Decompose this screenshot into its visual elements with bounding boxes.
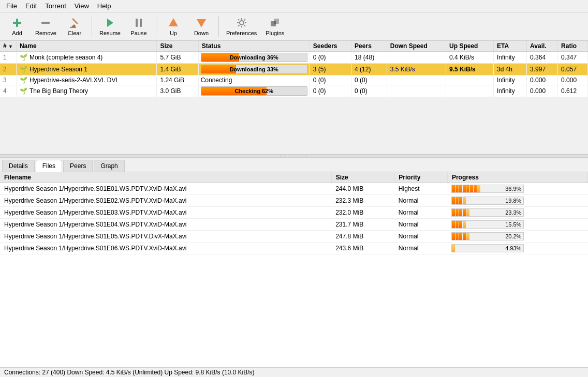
menu-edit[interactable]: Edit bbox=[21, 1, 41, 11]
tab-peers[interactable]: Peers bbox=[63, 160, 93, 172]
torrent-table-header: # ▼ Name Size Status Seeders Peers Down … bbox=[0, 41, 588, 52]
preferences-icon bbox=[236, 17, 248, 29]
files-table: Filename Size Priority Progress Hyperdri… bbox=[0, 172, 588, 254]
statusbar: Connections: 27 (400) Down Speed: 4.5 Ki… bbox=[0, 367, 588, 377]
torrent-cell-peers: 0 (0) bbox=[351, 85, 387, 97]
menu-help[interactable]: Help bbox=[93, 1, 115, 11]
files-cell-progress: 20.2% bbox=[447, 231, 587, 243]
col-eta[interactable]: ETA bbox=[493, 41, 526, 52]
tab-details[interactable]: Details bbox=[2, 160, 35, 172]
col-avail[interactable]: Avail. bbox=[527, 41, 558, 52]
files-cell-filename: Hyperdrive Season 1/Hyperdrive.S01E02.WS… bbox=[0, 195, 331, 207]
torrent-cell-seeders: 3 (5) bbox=[310, 64, 351, 76]
files-col-size[interactable]: Size bbox=[331, 172, 394, 183]
files-cell-filename: Hyperdrive Season 1/Hyperdrive.S01E04.WS… bbox=[0, 219, 331, 231]
files-row[interactable]: Hyperdrive Season 1/Hyperdrive.S01E01.WS… bbox=[0, 183, 588, 195]
col-name[interactable]: Name bbox=[16, 41, 156, 52]
down-button[interactable]: Down bbox=[188, 14, 214, 38]
svg-rect-5 bbox=[136, 19, 138, 27]
col-peers[interactable]: Peers bbox=[351, 41, 387, 52]
menubar: File Edit Torrent View Help bbox=[0, 0, 588, 12]
remove-button[interactable]: Remove bbox=[32, 14, 60, 38]
col-seeders[interactable]: Seeders bbox=[310, 41, 351, 52]
down-icon bbox=[195, 17, 208, 29]
tab-graph[interactable]: Graph bbox=[94, 160, 124, 172]
torrent-cell-size: 5.7 GiB bbox=[157, 52, 198, 64]
torrent-cell-status: Checking 62% bbox=[198, 85, 310, 97]
files-cell-progress: 23.3% bbox=[447, 207, 587, 219]
svg-rect-3 bbox=[70, 27, 76, 28]
torrent-table-wrapper: # ▼ Name Size Status Seeders Peers Down … bbox=[0, 41, 588, 155]
files-row[interactable]: Hyperdrive Season 1/Hyperdrive.S01E05.WS… bbox=[0, 231, 588, 243]
svg-marker-8 bbox=[197, 19, 206, 27]
torrent-row[interactable]: 1🌱Monk (complete season 4)5.7 GiB Downlo… bbox=[0, 52, 588, 64]
files-cell-priority: Normal bbox=[394, 231, 448, 243]
col-size[interactable]: Size bbox=[157, 41, 198, 52]
up-button[interactable]: Up bbox=[160, 14, 186, 38]
tab-files[interactable]: Files bbox=[36, 160, 62, 172]
clear-icon bbox=[68, 17, 81, 29]
files-row[interactable]: Hyperdrive Season 1/Hyperdrive.S01E06.WS… bbox=[0, 243, 588, 254]
files-cell-size: 232.3 MiB bbox=[331, 195, 394, 207]
torrent-row[interactable]: 4🌱The Big Bang Theory3.0 GiB Checking 62… bbox=[0, 85, 588, 97]
files-cell-progress: 15.5% bbox=[447, 219, 587, 231]
svg-rect-2 bbox=[41, 22, 50, 24]
torrent-cell-name: 🌱The Big Bang Theory bbox=[16, 85, 156, 97]
torrent-cell-status: Downloading 36% bbox=[198, 52, 310, 64]
files-cell-size: 244.0 MiB bbox=[331, 183, 394, 195]
plugins-button[interactable]: Plugins bbox=[262, 14, 288, 38]
col-down-speed[interactable]: Down Speed bbox=[387, 41, 446, 52]
torrent-cell-down-speed bbox=[387, 52, 446, 64]
torrent-cell-ratio: 0.057 bbox=[558, 64, 588, 76]
menu-torrent[interactable]: Torrent bbox=[41, 1, 70, 11]
files-cell-filename: Hyperdrive Season 1/Hyperdrive.S01E05.WS… bbox=[0, 231, 331, 243]
torrent-table: # ▼ Name Size Status Seeders Peers Down … bbox=[0, 41, 588, 97]
torrent-cell-name: 🌱Hyperdrive Season 1 bbox=[16, 64, 156, 76]
files-row[interactable]: Hyperdrive Season 1/Hyperdrive.S01E04.WS… bbox=[0, 219, 588, 231]
add-button[interactable]: Add bbox=[4, 14, 30, 38]
files-row[interactable]: Hyperdrive Season 1/Hyperdrive.S01E02.WS… bbox=[0, 195, 588, 207]
torrent-row[interactable]: 2🌱Hyperdrive Season 11.4 GiB Downloading… bbox=[0, 64, 588, 76]
menu-file[interactable]: File bbox=[2, 1, 21, 11]
files-cell-priority: Normal bbox=[394, 195, 448, 207]
torrent-cell-size: 1.4 GiB bbox=[157, 64, 198, 76]
torrent-cell-avail: 0.000 bbox=[527, 76, 558, 85]
files-col-filename[interactable]: Filename bbox=[0, 172, 331, 183]
files-table-wrapper: Filename Size Priority Progress Hyperdri… bbox=[0, 172, 588, 367]
col-up-speed[interactable]: Up Speed bbox=[446, 41, 494, 52]
torrent-cell-size: 1.24 GiB bbox=[157, 76, 198, 85]
preferences-button[interactable]: Preferences bbox=[223, 14, 260, 38]
pause-icon bbox=[133, 17, 145, 29]
torrent-cell-down-speed bbox=[387, 76, 446, 85]
files-table-body: Hyperdrive Season 1/Hyperdrive.S01E01.WS… bbox=[0, 183, 588, 254]
files-cell-progress: 19.8% bbox=[447, 195, 587, 207]
torrent-row[interactable]: 3🌱Hyperdrive-seris-2-AVI.XVI. DVI1.24 Gi… bbox=[0, 76, 588, 85]
files-cell-priority: Normal bbox=[394, 207, 448, 219]
torrent-seed-icon: 🌱 bbox=[20, 66, 27, 73]
torrent-cell-peers: 4 (12) bbox=[351, 64, 387, 76]
svg-marker-7 bbox=[169, 18, 178, 26]
torrent-cell-down-speed: 3.5 KiB/s bbox=[387, 64, 446, 76]
col-num[interactable]: # ▼ bbox=[0, 41, 16, 52]
torrent-cell-num: 3 bbox=[0, 76, 16, 85]
files-cell-progress: 36.9% bbox=[447, 183, 587, 195]
toolbar: Add Remove Clear Resume bbox=[0, 12, 588, 41]
files-table-header: Filename Size Priority Progress bbox=[0, 172, 588, 183]
clear-button[interactable]: Clear bbox=[62, 14, 87, 38]
files-col-priority[interactable]: Priority bbox=[394, 172, 448, 183]
torrent-cell-num: 1 bbox=[0, 52, 16, 64]
col-status[interactable]: Status bbox=[198, 41, 310, 52]
files-cell-size: 231.7 MiB bbox=[331, 219, 394, 231]
files-cell-size: 232.0 MiB bbox=[331, 207, 394, 219]
torrent-cell-peers: 0 (0) bbox=[351, 76, 387, 85]
torrent-cell-ratio: 0.000 bbox=[558, 76, 588, 85]
menu-view[interactable]: View bbox=[70, 1, 93, 11]
col-ratio[interactable]: Ratio bbox=[558, 41, 588, 52]
files-row[interactable]: Hyperdrive Season 1/Hyperdrive.S01E03.WS… bbox=[0, 207, 588, 219]
resume-button[interactable]: Resume bbox=[96, 14, 124, 38]
pause-button[interactable]: Pause bbox=[126, 14, 152, 38]
torrent-seed-icon: 🌱 bbox=[20, 77, 27, 84]
add-icon bbox=[11, 17, 23, 29]
files-col-progress[interactable]: Progress bbox=[447, 172, 587, 183]
files-cell-size: 243.6 MiB bbox=[331, 243, 394, 254]
